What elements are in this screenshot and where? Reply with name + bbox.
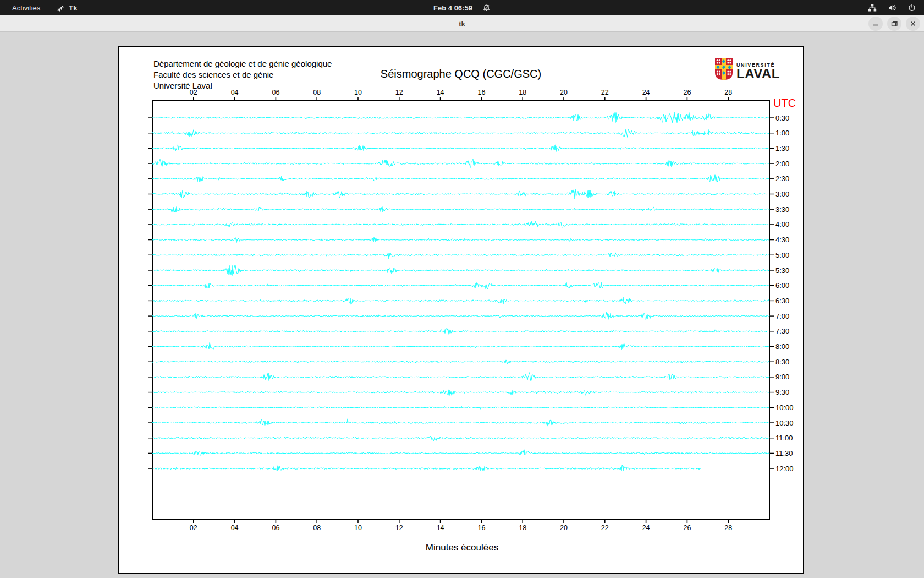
x-tick-label-top: 26 [683,89,691,96]
seismic-trace [152,328,769,334]
utc-time-label: 3:00 [776,190,789,198]
x-tick-label-top: 24 [642,89,650,96]
x-tick-label-top: 22 [601,89,609,96]
utc-time-label: 8:30 [776,358,789,366]
seismic-trace [152,282,769,289]
x-tick-label-bottom: 26 [683,524,691,532]
x-tick-label-top: 20 [560,89,568,96]
utc-time-label: 2:00 [776,160,789,168]
utc-time-label: 11:00 [776,434,793,442]
seismic-trace [152,175,769,182]
utc-time-label: 1:30 [776,144,789,152]
x-tick-label-top: 06 [272,89,279,96]
utc-time-label: 0:30 [776,114,789,122]
gnome-top-bar: Activities Tk Feb 4 0 [0,0,924,15]
seismic-trace [152,189,769,199]
plot-frame [152,101,769,519]
seismic-trace [152,312,769,320]
x-axis-title: Minutes écoulées [119,542,805,553]
x-tick-label-top: 28 [724,89,732,96]
x-tick-label-bottom: 16 [477,524,485,532]
seismic-trace [152,221,769,227]
app-menu-tk[interactable]: Tk [57,4,77,12]
seismic-trace [152,265,769,275]
seismic-trace [152,406,769,409]
utc-time-label: 10:30 [776,419,794,427]
network-wired-icon[interactable] [868,3,877,12]
x-tick-label-bottom: 08 [313,524,321,532]
seismic-trace [152,373,769,381]
seismic-trace [152,237,769,243]
utc-time-label: 12:00 [776,465,794,473]
x-tick-label-top: 12 [395,89,403,96]
x-tick-label-bottom: 22 [601,524,609,532]
x-tick-label-bottom: 18 [519,524,526,532]
seismic-trace [152,390,769,396]
utc-time-label: 7:30 [776,327,789,335]
x-tick-label-top: 18 [519,89,526,96]
x-tick-label-bottom: 02 [190,524,197,532]
x-tick-label-bottom: 06 [272,524,279,532]
tk-feather-icon [57,4,65,12]
utc-time-label: 7:00 [776,312,789,320]
x-tick-label-bottom: 10 [354,524,362,532]
x-tick-label-bottom: 24 [642,524,650,532]
x-tick-label-bottom: 12 [395,524,403,532]
close-button[interactable] [906,17,920,31]
x-tick-label-bottom: 04 [231,524,239,532]
app-name-label: Tk [69,4,77,12]
utc-time-label: 10:00 [776,403,794,412]
utc-time-label: 2:30 [776,175,789,183]
seismic-trace [152,145,769,152]
seismic-trace [152,112,769,123]
seismic-trace [152,436,769,441]
utc-time-label: 1:00 [776,129,789,137]
seismic-trace [152,253,769,259]
utc-time-label: 9:30 [776,388,789,396]
window-title: tk [0,15,924,32]
seismic-trace [152,450,769,455]
minimize-button[interactable] [868,17,883,31]
window-titlebar[interactable]: tk [0,15,924,32]
seismic-trace [152,297,769,304]
utc-time-label: 8:00 [776,342,789,351]
utc-time-label: 4:00 [776,220,789,228]
seismic-trace [152,360,769,364]
notifications-disabled-icon [482,4,491,12]
x-tick-label-top: 16 [477,89,485,96]
utc-time-label: 3:30 [776,205,789,214]
activities-button[interactable]: Activities [10,4,42,12]
utc-time-label: 5:30 [776,266,789,275]
x-tick-label-top: 02 [190,89,197,96]
utc-time-label: 6:30 [776,297,789,305]
seismic-trace [152,419,769,426]
seismic-trace [152,159,769,167]
x-tick-label-top: 10 [354,89,362,96]
seismic-trace [152,465,701,471]
volume-icon[interactable] [888,3,897,12]
screen: Activities Tk Feb 4 0 [0,0,924,578]
seismograph-canvas: Département de géologie et de génie géol… [118,46,804,574]
maximize-button[interactable] [887,17,901,31]
utc-time-label: 4:30 [776,236,789,244]
clock-label[interactable]: Feb 4 06:59 [433,4,472,12]
x-tick-label-top: 08 [313,89,321,96]
x-tick-label-bottom: 20 [560,524,568,532]
seismic-trace [152,206,769,212]
x-tick-label-top: 14 [437,89,444,96]
x-tick-label-bottom: 14 [437,524,444,532]
seismic-trace [152,343,769,350]
utc-time-label: 5:00 [776,251,789,259]
utc-time-label: 9:00 [776,373,789,381]
utc-time-label: 11:30 [776,449,793,457]
seismic-trace [152,129,769,138]
power-icon[interactable] [908,3,916,12]
x-tick-label-bottom: 28 [724,524,732,532]
seismogram-plot: 0202040406060808101012121414161618182020… [119,47,803,573]
x-tick-label-top: 04 [231,89,239,96]
utc-time-label: 6:00 [776,281,789,290]
